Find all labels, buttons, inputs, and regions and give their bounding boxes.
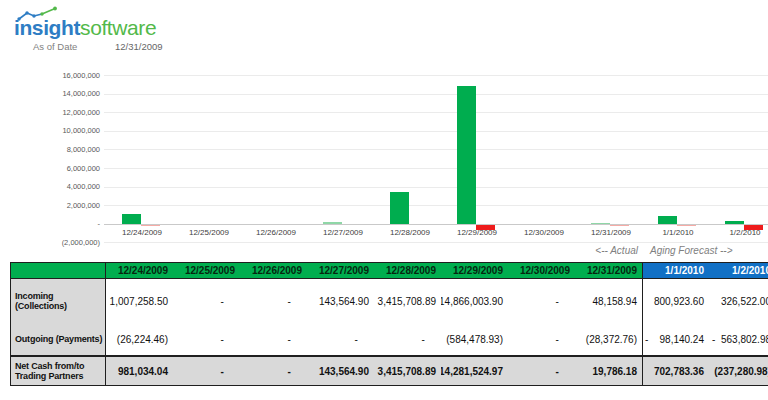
table-cell[interactable]: (584,478.93) xyxy=(441,323,508,355)
table-cell[interactable]: 48,158.94 xyxy=(575,279,642,323)
table-cell[interactable]: 3,415,708.89 xyxy=(374,355,441,385)
table-cell[interactable]: - xyxy=(240,323,307,355)
column-header-date[interactable]: 12/26/2009 xyxy=(240,263,307,279)
cash-flow-table: 12/24/200912/25/200912/26/200912/27/2009… xyxy=(10,262,768,386)
table-cell[interactable]: 143,564.90 xyxy=(307,279,374,323)
column-header-date[interactable]: 1/1/2010 xyxy=(642,263,709,279)
column-header-date[interactable]: 12/29/2009 xyxy=(441,263,508,279)
table-cell[interactable]: (26,224.46) xyxy=(106,323,173,355)
x-axis-label: 12/30/2009 xyxy=(510,228,578,237)
x-axis-label: 12/28/2009 xyxy=(376,228,444,237)
table-cell[interactable]: - xyxy=(307,323,374,355)
gridline xyxy=(104,131,768,132)
gridline xyxy=(104,94,768,95)
outgoing-bar xyxy=(141,225,160,226)
table-cell[interactable]: - xyxy=(374,323,441,355)
table-corner-cell xyxy=(11,263,106,279)
table-cell[interactable]: - xyxy=(508,355,575,385)
table-cell[interactable]: 981,034.04 xyxy=(106,355,173,385)
y-axis-label: 6,000,000 xyxy=(0,164,100,173)
table-cell[interactable]: 326,522.00 xyxy=(709,279,768,323)
column-header-date[interactable]: 12/25/2009 xyxy=(173,263,240,279)
table-cell[interactable]: 1,007,258.50 xyxy=(106,279,173,323)
incoming-bar xyxy=(390,192,409,224)
row-label[interactable]: Net Cash from/to Trading Partners xyxy=(11,355,106,385)
y-axis-label: - xyxy=(0,219,100,228)
table-cell[interactable]: 702,783.36 xyxy=(642,355,709,385)
incoming-bar xyxy=(658,216,677,223)
gridline xyxy=(104,187,768,188)
row-label[interactable]: Outgoing (Payments) xyxy=(11,323,106,355)
column-header-date[interactable]: 12/28/2009 xyxy=(374,263,441,279)
table-cell[interactable]: - 98,140.24 xyxy=(642,323,709,355)
outgoing-bar xyxy=(677,225,696,226)
table-cell[interactable]: - xyxy=(173,355,240,385)
incoming-bar xyxy=(725,221,744,224)
gridline xyxy=(104,205,768,206)
actual-label: <-- Actual xyxy=(440,245,638,256)
logo-software: software xyxy=(80,16,156,39)
x-axis-label: 12/27/2009 xyxy=(309,228,377,237)
gridline xyxy=(104,224,768,225)
column-header-date[interactable]: 12/30/2009 xyxy=(508,263,575,279)
x-axis-label: 1/1/2010 xyxy=(644,228,712,237)
y-axis-label: 14,000,000 xyxy=(0,89,100,98)
table-cell[interactable]: - xyxy=(240,279,307,323)
y-axis-label: 4,000,000 xyxy=(0,182,100,191)
y-axis-label: 8,000,000 xyxy=(0,145,100,154)
gridline xyxy=(104,149,768,150)
incoming-bar xyxy=(122,214,141,223)
table-cell[interactable]: - xyxy=(173,279,240,323)
outgoing-bar xyxy=(610,225,629,226)
gridline xyxy=(104,75,768,76)
column-header-date[interactable]: 12/27/2009 xyxy=(307,263,374,279)
cash-flow-chart: 16,000,00014,000,00012,000,00010,000,000… xyxy=(0,65,768,250)
table-cell[interactable]: 3,415,708.89 xyxy=(374,279,441,323)
incoming-bar xyxy=(323,222,342,223)
table-cell[interactable]: 14,866,003.90 xyxy=(441,279,508,323)
outgoing-bar xyxy=(744,225,763,230)
table-cell[interactable]: 19,786.18 xyxy=(575,355,642,385)
column-header-date[interactable]: 12/31/2009 xyxy=(575,263,642,279)
table-cell[interactable]: 143,564.90 xyxy=(307,355,374,385)
y-axis-label: 10,000,000 xyxy=(0,126,100,135)
gridline xyxy=(104,112,768,113)
report-page: insightsoftware As of Date 12/31/2009 16… xyxy=(0,0,768,400)
x-axis-label: 12/26/2009 xyxy=(242,228,310,237)
x-axis-label: 12/31/2009 xyxy=(577,228,645,237)
forecast-label: Aging Forecast --> xyxy=(650,245,768,256)
table-cell[interactable]: (237,280.98) xyxy=(709,355,768,385)
as-of-date-label: As of Date xyxy=(33,41,77,52)
column-header-date[interactable]: 1/2/2010 xyxy=(709,263,768,279)
table-cell[interactable]: 800,923.60 xyxy=(642,279,709,323)
x-axis-label: 12/24/2009 xyxy=(108,228,176,237)
gridline xyxy=(104,242,768,243)
x-axis-label: 12/25/2009 xyxy=(175,228,243,237)
gridline xyxy=(104,168,768,169)
y-axis-label: 12,000,000 xyxy=(0,108,100,117)
y-axis-label: 16,000,000 xyxy=(0,71,100,80)
table-cell[interactable]: - xyxy=(173,323,240,355)
table-cell[interactable]: - 563,802.98 xyxy=(709,323,768,355)
table-cell[interactable]: - xyxy=(508,279,575,323)
incoming-bar xyxy=(591,223,610,224)
logo-insight: insight xyxy=(14,16,80,39)
logo-text: insightsoftware xyxy=(14,16,156,40)
table-cell[interactable]: 14,281,524.97 xyxy=(441,355,508,385)
y-axis-label: 2,000,000 xyxy=(0,201,100,210)
incoming-bar xyxy=(457,86,476,224)
table-cell[interactable]: - xyxy=(240,355,307,385)
outgoing-bar xyxy=(476,225,495,230)
table-cell[interactable]: (28,372.76) xyxy=(575,323,642,355)
logo: insightsoftware xyxy=(14,5,174,45)
column-header-date[interactable]: 12/24/2009 xyxy=(106,263,173,279)
table-cell[interactable]: - xyxy=(508,323,575,355)
y-axis-label: (2,000,000) xyxy=(0,238,100,247)
as-of-date-value[interactable]: 12/31/2009 xyxy=(115,41,163,52)
row-label[interactable]: Incoming (Collections) xyxy=(11,279,106,323)
